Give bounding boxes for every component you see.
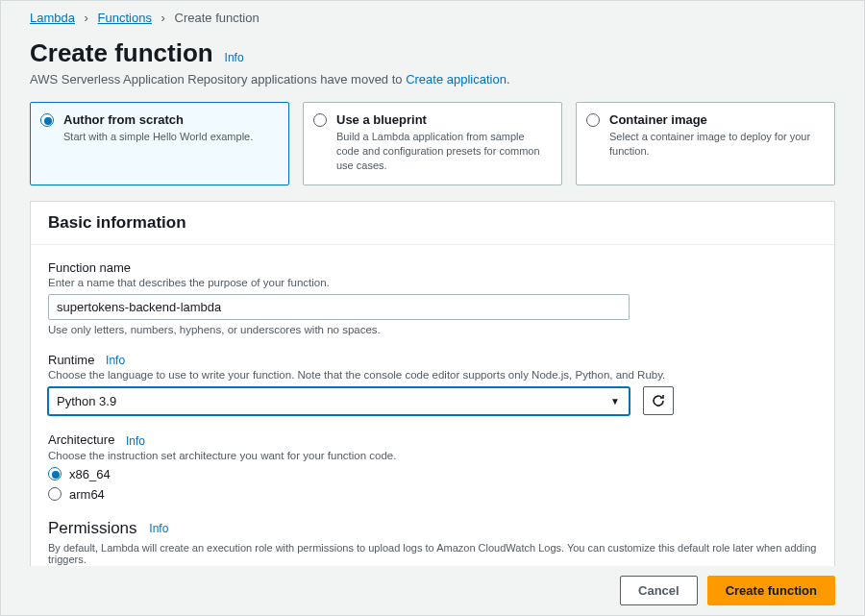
info-link-page[interactable]: Info xyxy=(225,51,244,64)
label-function-name: Function name xyxy=(48,260,817,275)
radio-icon xyxy=(586,113,600,127)
runtime-select-value[interactable]: Python 3.9 xyxy=(48,387,630,415)
tile-author-from-scratch[interactable]: Author from scratch Start with a simple … xyxy=(30,102,289,185)
desc-function-name: Enter a name that describes the purpose … xyxy=(48,277,817,288)
label-architecture: Architecture xyxy=(48,432,114,447)
tile-use-blueprint[interactable]: Use a blueprint Build a Lambda applicati… xyxy=(303,102,562,185)
desc-architecture: Choose the instruction set architecture … xyxy=(48,450,817,461)
breadcrumb-lambda[interactable]: Lambda xyxy=(30,11,75,25)
function-name-input[interactable] xyxy=(48,294,630,320)
radio-icon xyxy=(48,467,62,480)
info-link-runtime[interactable]: Info xyxy=(106,354,125,367)
refresh-runtime-button[interactable] xyxy=(643,386,674,415)
breadcrumb-functions[interactable]: Functions xyxy=(98,11,152,25)
tile-desc: Start with a simple Hello World example. xyxy=(63,130,277,144)
subtitle-text: AWS Serverless Application Repository ap… xyxy=(30,72,406,86)
refresh-icon xyxy=(651,393,666,408)
radio-icon xyxy=(40,113,54,127)
breadcrumb: Lambda › Functions › Create function xyxy=(1,1,864,25)
tile-desc: Build a Lambda application from sample c… xyxy=(336,130,550,173)
cancel-button[interactable]: Cancel xyxy=(620,576,698,605)
radio-label: x86_64 xyxy=(69,467,111,481)
tile-desc: Select a container image to deploy for y… xyxy=(609,130,823,159)
breadcrumb-current: Create function xyxy=(175,11,260,25)
radio-arm64[interactable]: arm64 xyxy=(48,487,817,502)
desc-runtime: Choose the language to use to write your… xyxy=(48,369,817,381)
tile-title: Author from scratch xyxy=(63,112,277,127)
label-runtime: Runtime xyxy=(48,353,94,367)
label-permissions: Permissions xyxy=(48,519,137,537)
page-subtitle: AWS Serverless Application Repository ap… xyxy=(30,72,835,86)
creation-method-tiles: Author from scratch Start with a simple … xyxy=(30,102,835,185)
chevron-right-icon: › xyxy=(161,11,165,25)
panel-header-basic: Basic information xyxy=(31,202,834,245)
field-architecture: Architecture Info Choose the instruction… xyxy=(48,432,817,502)
basic-information-panel: Basic information Function name Enter a … xyxy=(30,201,835,616)
hint-function-name: Use only letters, numbers, hyphens, or u… xyxy=(48,324,817,335)
footer-actions: Cancel Create function xyxy=(1,566,864,615)
info-link-permissions[interactable]: Info xyxy=(149,522,168,535)
field-permissions: Permissions Info By default, Lambda will… xyxy=(48,519,817,565)
subtitle-post: . xyxy=(507,72,510,86)
page-title: Create function xyxy=(30,38,213,68)
info-link-architecture[interactable]: Info xyxy=(126,434,145,448)
radio-label: arm64 xyxy=(69,487,105,502)
create-function-button[interactable]: Create function xyxy=(707,576,835,605)
create-application-link[interactable]: Create application xyxy=(406,72,507,86)
desc-permissions: By default, Lambda will create an execut… xyxy=(48,542,817,565)
radio-icon xyxy=(313,113,327,127)
tile-title: Use a blueprint xyxy=(336,112,550,127)
runtime-select[interactable]: Python 3.9 ▼ xyxy=(48,387,630,415)
tile-title: Container image xyxy=(609,112,823,127)
field-function-name: Function name Enter a name that describe… xyxy=(48,260,817,335)
chevron-right-icon: › xyxy=(85,11,88,25)
radio-icon xyxy=(48,487,62,501)
tile-container-image[interactable]: Container image Select a container image… xyxy=(576,102,835,185)
field-runtime: Runtime Info Choose the language to use … xyxy=(48,353,817,416)
radio-x86-64[interactable]: x86_64 xyxy=(48,467,817,481)
